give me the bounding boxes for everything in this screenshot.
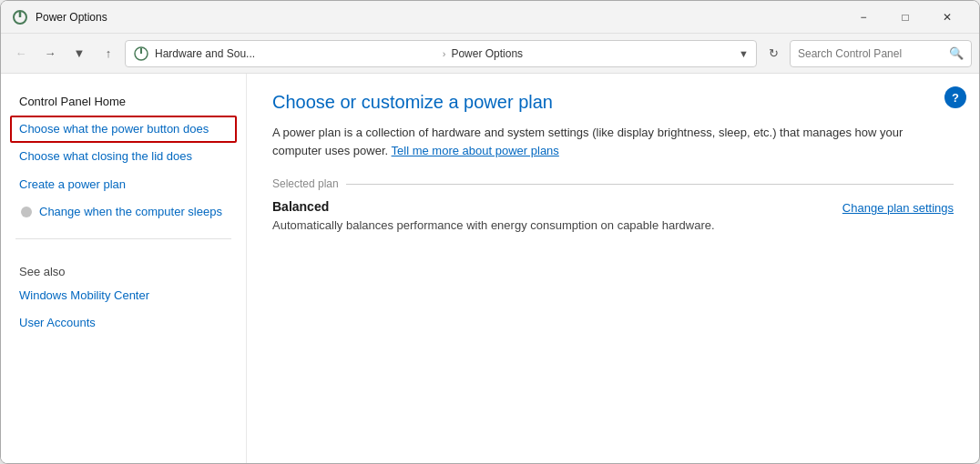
forward-button[interactable]: → (37, 41, 63, 66)
help-button[interactable]: ? (944, 86, 966, 108)
change-plan-link[interactable]: Change plan settings (842, 201, 954, 215)
search-icon: 🔍 (949, 46, 964, 60)
window-controls: − □ ✕ (842, 1, 968, 34)
see-also-label: See also (1, 248, 246, 282)
refresh-button[interactable]: ↻ (761, 41, 786, 66)
sidebar-item-mobility-center[interactable]: Windows Mobility Center (1, 282, 246, 309)
breadcrumb-separator: › (443, 48, 446, 59)
maximize-button[interactable]: □ (884, 1, 926, 34)
address-icon (133, 45, 149, 62)
page-title: Choose or customize a power plan (272, 92, 954, 113)
content-area: Control Panel Home Choose what the power… (1, 74, 979, 463)
plan-row: Balanced Automatically balances performa… (272, 199, 954, 234)
sidebar-item-control-panel-home[interactable]: Control Panel Home (1, 88, 246, 116)
sidebar-item-power-button[interactable]: Choose what the power button does (10, 116, 237, 143)
svg-point-4 (21, 207, 32, 217)
main-panel: ? Choose or customize a power plan A pow… (247, 74, 979, 463)
selected-plan-section: Selected plan Balanced Automatically bal… (272, 177, 954, 234)
address-bar: Hardware and Sou... › Power Options ▼ (125, 40, 757, 67)
sidebar-item-user-accounts[interactable]: User Accounts (1, 309, 246, 337)
sidebar: Control Panel Home Choose what the power… (1, 74, 247, 463)
address-path-hardware: Hardware and Sou... (155, 47, 437, 60)
sleep-icon (19, 205, 34, 224)
navbar: ← → ▼ ↑ Hardware and Sou... › Power Opti… (1, 34, 979, 74)
up-button[interactable]: ↑ (96, 41, 121, 66)
plan-description: Automatically balances performance with … (272, 217, 782, 234)
titlebar: Power Options − □ ✕ (1, 1, 979, 34)
sidebar-item-closing-lid[interactable]: Choose what closing the lid does (1, 143, 246, 170)
back-button[interactable]: ← (8, 41, 34, 66)
sidebar-item-create-plan[interactable]: Create a power plan (1, 171, 246, 198)
plan-info: Balanced Automatically balances performa… (272, 199, 824, 234)
plan-name: Balanced (272, 199, 824, 214)
close-button[interactable]: ✕ (926, 1, 968, 34)
window: Power Options − □ ✕ ← → ▼ ↑ Hardware and… (0, 0, 980, 464)
search-box-container: 🔍 (790, 40, 972, 67)
learn-more-link[interactable]: Tell me more about power plans (392, 144, 559, 157)
sidebar-item-sleep-settings[interactable]: Change when the computer sleeps (1, 198, 246, 229)
description-text: A power plan is a collection of hardware… (272, 126, 903, 157)
address-dropdown-icon[interactable]: ▼ (739, 48, 749, 59)
selected-plan-label: Selected plan (272, 177, 954, 190)
sidebar-divider (15, 238, 231, 239)
window-title: Power Options (36, 11, 842, 24)
search-input[interactable] (798, 47, 949, 60)
recent-locations-button[interactable]: ▼ (66, 41, 92, 66)
app-icon (12, 9, 28, 25)
address-path-power-options: Power Options (451, 47, 733, 60)
minimize-button[interactable]: − (842, 1, 884, 34)
page-description: A power plan is a collection of hardware… (272, 124, 910, 159)
